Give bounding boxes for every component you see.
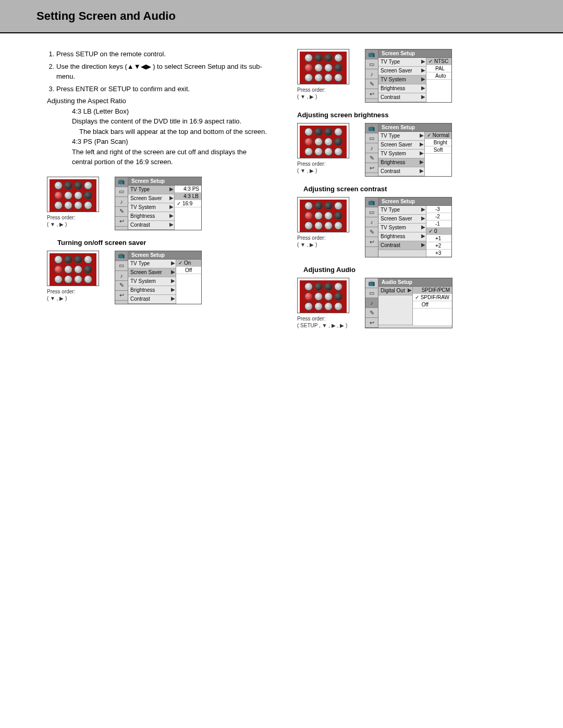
osd-row-label: TV Type xyxy=(128,260,170,268)
press-order-keys: ( ▼ , ▶ ) xyxy=(297,241,349,248)
osd-row-label: Screen Saver xyxy=(128,194,169,203)
osd-option: +3 xyxy=(426,250,451,257)
osd-row-label: Brightness xyxy=(128,286,170,294)
osd-brightness: 📺 ▭ ♪ ✎ ↩ Screen Setup TV Type▶ Screen S… xyxy=(365,123,452,177)
misc-icon: ✎ xyxy=(365,227,378,237)
press-order-label: Press order: xyxy=(297,315,349,322)
aspect-lb-desc: Displays the content of the DVD title in… xyxy=(72,116,276,127)
audio-icon: ♪ xyxy=(115,197,128,207)
osd-row-label: Contrast xyxy=(128,221,169,229)
osd-row-label: TV System xyxy=(128,277,170,286)
tv-icon: 📺 xyxy=(365,124,378,133)
osd-option: Soft xyxy=(425,146,451,154)
osd-row-label: TV System xyxy=(378,76,421,84)
osd-row-label: Digital Out xyxy=(378,287,407,295)
chevron-right-icon: ▶ xyxy=(419,141,424,149)
tv-icon: 📺 xyxy=(365,50,378,59)
osd-title: Audio Setup xyxy=(378,278,452,287)
osd-tv-system: 📺 ▭ ♪ ✎ ↩ Screen Setup TV Type▶ Screen S… xyxy=(365,49,452,103)
osd-option: Bright xyxy=(425,139,451,146)
osd-option: 0 xyxy=(426,228,451,235)
osd-option: -2 xyxy=(426,213,451,220)
osd-screen-aspect: 📺 ▭ ♪ ✎ ↩ Screen Setup TV Type▶ Screen S… xyxy=(115,177,202,230)
osd-contrast: 📺 ▭ ♪ ✎ ↩ Screen Setup TV Type▶ Screen S… xyxy=(365,197,452,257)
osd-option: On xyxy=(176,260,201,267)
chevron-right-icon: ▶ xyxy=(421,206,426,214)
exit-icon: ↩ xyxy=(365,237,378,247)
press-order-label: Press order: xyxy=(47,288,99,295)
osd-row-label: Screen Saver xyxy=(378,141,419,149)
osd-option: Auto xyxy=(426,72,451,80)
chevron-right-icon: ▶ xyxy=(421,76,426,84)
aspect-lb-desc: The black bars will appear at the top an… xyxy=(79,127,276,137)
osd-option: 4:3 PS xyxy=(175,186,201,193)
chevron-right-icon: ▶ xyxy=(419,167,424,176)
osd-title: Screen Setup xyxy=(378,124,451,132)
chevron-right-icon: ▶ xyxy=(169,203,174,212)
screen-icon: ▭ xyxy=(365,59,378,69)
osd-option: NTSC xyxy=(426,58,451,65)
tv-icon: 📺 xyxy=(115,177,128,187)
press-order-label: Press order: xyxy=(47,214,99,221)
remote-figure: Press order: ( SETUP , ▼ , ▶ , ▶ ) xyxy=(297,278,349,329)
chevron-right-icon: ▶ xyxy=(421,215,426,223)
chevron-right-icon: ▶ xyxy=(407,287,412,295)
section-contrast-heading: Adjusting screen contrast xyxy=(303,185,516,193)
osd-row-label: TV System xyxy=(378,224,421,232)
audio-icon: ♪ xyxy=(365,217,378,227)
chevron-right-icon: ▶ xyxy=(421,67,426,75)
chevron-right-icon: ▶ xyxy=(170,277,176,286)
chevron-right-icon: ▶ xyxy=(169,186,174,194)
osd-row-label: Brightness xyxy=(378,84,421,93)
tv-icon: 📺 xyxy=(115,251,128,261)
audio-icon: ♪ xyxy=(365,69,378,79)
osd-title: Screen Setup xyxy=(128,177,201,186)
instruction-step: Use the direction keys (▲▼◀▶ ) to select… xyxy=(56,61,276,82)
left-column: Press SETUP on the remote control. Use t… xyxy=(47,49,276,337)
misc-icon: ✎ xyxy=(115,207,128,217)
aspect-ps-desc: central portion of the 16:9 screen. xyxy=(72,157,276,167)
tv-icon: 📺 xyxy=(365,278,378,288)
audio-icon: ♪ xyxy=(115,271,128,281)
exit-icon: ↩ xyxy=(365,318,378,328)
osd-option: -1 xyxy=(426,220,451,228)
press-order-label: Press order: xyxy=(297,161,349,167)
press-order-keys: ( ▼ , ▶ ) xyxy=(297,167,349,174)
osd-row-label: Brightness xyxy=(378,232,421,241)
chevron-right-icon: ▶ xyxy=(421,241,426,250)
osd-row-label: Screen Saver xyxy=(378,215,421,223)
aspect-lb-label: 4:3 LB (Letter Box) xyxy=(72,106,276,117)
chevron-right-icon: ▶ xyxy=(421,58,426,66)
press-order-keys: ( SETUP , ▼ , ▶ , ▶ ) xyxy=(297,322,349,329)
osd-option: 4:3 LB xyxy=(175,193,201,200)
chevron-right-icon: ▶ xyxy=(170,295,176,303)
instructions-block: Press SETUP on the remote control. Use t… xyxy=(47,49,276,167)
section-audio-heading: Adjusting Audio xyxy=(303,266,516,274)
osd-row-label: Contrast xyxy=(378,93,421,102)
press-order-label: Press order: xyxy=(297,87,349,93)
chevron-right-icon: ▶ xyxy=(169,221,174,229)
osd-row-label: Brightness xyxy=(128,212,169,220)
osd-row-label: TV Type xyxy=(378,132,419,140)
chevron-right-icon: ▶ xyxy=(169,212,174,220)
header-bar: Setting Screen and Audio xyxy=(0,0,563,33)
screen-icon: ▭ xyxy=(365,133,378,143)
osd-row-label: TV Type xyxy=(378,58,421,66)
osd-option: SPDIF/RAW xyxy=(413,294,452,301)
osd-option: +1 xyxy=(426,235,451,242)
osd-option: Off xyxy=(413,301,452,309)
osd-row-label: Contrast xyxy=(378,167,419,176)
instruction-step: Press SETUP on the remote control. xyxy=(56,49,276,59)
osd-audio: 📺 ▭ ♪ ✎ ↩ Audio Setup Digital Out▶ xyxy=(365,278,452,328)
osd-row-label: Brightness xyxy=(378,158,419,167)
osd-option: SPDIF/PCM xyxy=(413,287,452,294)
misc-icon: ✎ xyxy=(365,153,378,163)
osd-row-label: Contrast xyxy=(378,241,421,250)
chevron-right-icon: ▶ xyxy=(170,268,176,277)
page-title: Setting Screen and Audio xyxy=(36,9,563,23)
exit-icon: ↩ xyxy=(115,291,128,301)
chevron-right-icon: ▶ xyxy=(421,84,426,93)
audio-icon: ♪ xyxy=(365,143,378,153)
content-area: Press SETUP on the remote control. Use t… xyxy=(0,33,563,358)
chevron-right-icon: ▶ xyxy=(421,224,426,232)
